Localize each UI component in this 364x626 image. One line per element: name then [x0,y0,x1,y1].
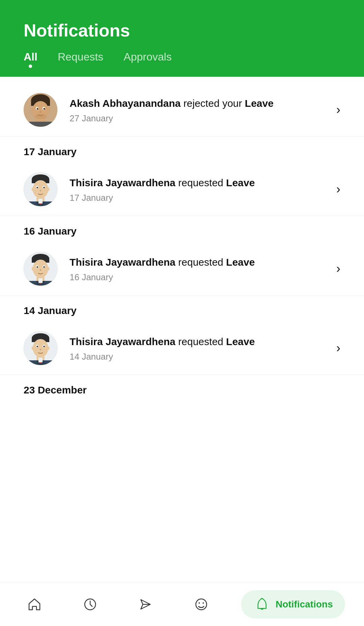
svg-point-24 [47,188,50,191]
svg-point-21 [43,187,45,188]
svg-point-11 [34,114,47,119]
notification-body: Thisira Jayawardhena requested Leave 17 … [70,176,330,203]
send-icon [137,596,154,613]
svg-point-7 [44,108,45,110]
notification-body: Akash Abhayanandana rejected your Leave … [70,96,330,124]
notification-text: Thisira Jayawardhena requested Leave [70,255,330,269]
svg-point-34 [33,260,48,278]
date-separator: 17 January [0,137,364,163]
nav-item-notifications[interactable]: Notifications [241,590,345,619]
svg-rect-45 [45,281,57,286]
list-item[interactable]: Thisira Jayawardhena requested Leave 14 … [0,322,364,375]
svg-rect-27 [24,201,36,206]
chevron-right-icon: › [336,262,340,276]
svg-point-8 [40,111,42,113]
bell-icon [253,596,271,613]
tab-bar: All Requests Approvals [24,51,340,67]
notification-body: Thisira Jayawardhena requested Leave 16 … [70,255,330,283]
svg-point-57 [32,346,34,350]
svg-point-40 [32,267,34,271]
tab-requests[interactable]: Requests [58,51,103,67]
page-title: Notifications [24,20,340,41]
notification-text: Akash Abhayanandana rejected your Leave [70,96,330,111]
svg-rect-62 [45,360,57,365]
chevron-right-icon: › [336,341,340,355]
bottom-nav: Notifications [0,582,364,626]
date-separator: 16 January [0,216,364,242]
svg-rect-44 [24,281,36,286]
tab-approvals[interactable]: Approvals [124,51,172,67]
nav-item-mood[interactable] [186,592,217,617]
svg-point-51 [33,339,48,357]
svg-rect-64 [38,358,43,362]
notification-date: 27 January [70,113,330,124]
svg-point-67 [199,602,200,604]
avatar [24,93,57,127]
nav-item-home[interactable] [19,592,50,617]
clock-icon [81,596,99,613]
svg-rect-47 [38,278,43,283]
avatar [24,331,57,365]
svg-point-58 [47,346,50,350]
home-icon [26,596,43,613]
svg-point-41 [47,267,50,271]
svg-rect-61 [24,360,36,365]
svg-point-23 [32,188,34,191]
svg-point-54 [36,346,38,347]
svg-rect-28 [45,201,57,206]
svg-rect-30 [38,199,43,203]
svg-point-56 [40,349,42,350]
svg-point-20 [36,187,38,188]
nav-item-navigate[interactable] [130,592,161,617]
notification-body: Thisira Jayawardhena requested Leave 14 … [70,335,330,362]
svg-point-55 [43,346,45,347]
svg-point-66 [196,599,207,610]
notification-text: Thisira Jayawardhena requested Leave [70,176,330,190]
svg-point-37 [36,266,38,268]
svg-point-22 [40,190,42,191]
svg-rect-13 [24,122,57,127]
chevron-right-icon: › [336,182,340,196]
svg-point-68 [203,602,204,604]
notification-date: 16 January [70,272,330,283]
list-item[interactable]: Thisira Jayawardhena requested Leave 16 … [0,242,364,295]
date-separator: 23 December [0,375,364,401]
svg-point-6 [37,108,38,110]
svg-point-39 [40,269,42,271]
notifications-list: Akash Abhayanandana rejected your Leave … [0,77,364,408]
svg-point-38 [43,266,45,268]
svg-point-10 [47,108,50,112]
avatar [24,252,57,286]
header: Notifications All Requests Approvals [0,0,364,77]
notification-date: 14 January [70,352,330,362]
date-separator: 14 January [0,295,364,322]
avatar [24,172,57,206]
svg-point-9 [31,108,34,112]
tab-all[interactable]: All [24,51,37,67]
nav-item-history[interactable] [75,592,106,617]
chevron-right-icon: › [336,103,340,117]
list-item[interactable]: Thisira Jayawardhena requested Leave 17 … [0,163,364,216]
notification-text: Thisira Jayawardhena requested Leave [70,335,330,349]
list-item[interactable]: Akash Abhayanandana rejected your Leave … [0,83,364,137]
smile-icon [192,596,210,613]
notification-date: 17 January [70,193,330,203]
svg-point-17 [33,180,48,198]
nav-label-notifications: Notifications [276,599,333,610]
